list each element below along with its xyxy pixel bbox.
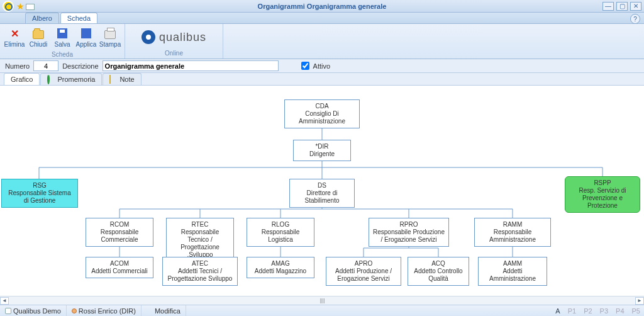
descrizione-field[interactable]: [103, 60, 279, 71]
delete-icon: ✕: [8, 26, 21, 40]
ribbon-group-online-label: Online: [129, 49, 219, 57]
qualibus-online-button[interactable]: qualibus: [129, 25, 219, 49]
org-chart-canvas[interactable]: CDAConsiglio Di Amministrazione *DIRDiri…: [0, 86, 644, 305]
status-demo[interactable]: Qualibus Demo: [0, 305, 67, 316]
title-bar: ★ Organigrammi Organigramma generale — ▢…: [0, 0, 644, 13]
maximize-button[interactable]: ▢: [616, 2, 628, 11]
refresh-icon: [47, 76, 55, 83]
node-amag[interactable]: AMAGAddetti Magazzino: [247, 257, 314, 278]
horizontal-scrollbar[interactable]: ◄ ►: [0, 296, 644, 305]
tab-scheda[interactable]: Scheda: [60, 13, 97, 23]
node-rtec[interactable]: RTECResponsabile Tecnico / Progettazione…: [166, 218, 234, 262]
node-rlog[interactable]: RLOGResponsabile Logistica: [247, 218, 314, 247]
status-bar: Qualibus Demo Rossi Enrico (DIR) Modific…: [0, 305, 644, 316]
node-ds[interactable]: DSDirettore di Stabilimento: [289, 179, 355, 208]
ribbon-group-scheda-label: Scheda: [4, 50, 121, 59]
status-p1[interactable]: P1: [564, 307, 580, 315]
note-icon: [109, 76, 117, 83]
tab-grafico[interactable]: Grafico: [4, 73, 40, 85]
status-a[interactable]: A: [552, 307, 564, 315]
status-p2[interactable]: P2: [580, 307, 596, 315]
ribbon: ✕Elimina Chiudi Salva Applica Stampa Sch…: [0, 24, 644, 59]
applica-button[interactable]: Applica: [75, 25, 97, 48]
node-atec[interactable]: ATECAddetti Tecnici / Progettazione Svil…: [162, 257, 238, 286]
status-mode[interactable]: Modifica: [142, 305, 186, 316]
tab-note[interactable]: Note: [103, 73, 141, 85]
db-icon: [5, 308, 11, 314]
tab-promemoria[interactable]: Promemoria: [40, 73, 102, 85]
descrizione-label: Descrizione: [62, 62, 98, 70]
content-tabs: Grafico Promemoria Note: [0, 73, 644, 86]
qualibus-logo-icon: [142, 30, 155, 44]
app-logo-icon: [3, 1, 14, 12]
help-button[interactable]: ?: [630, 14, 640, 24]
user-icon: [72, 308, 77, 313]
node-dir[interactable]: *DIRDirigente: [293, 140, 351, 161]
save-icon: [55, 26, 69, 40]
salva-button[interactable]: Salva: [52, 25, 73, 48]
apply-icon: [79, 26, 93, 40]
node-acq[interactable]: ACQAddetto Controllo Qualità: [408, 257, 469, 286]
node-apro[interactable]: APROAddetti Produzione / Erogazione Serv…: [326, 257, 401, 286]
node-rpro[interactable]: RPROResponsabile Produzione / Erogazione…: [369, 218, 449, 247]
node-rspp[interactable]: RSPPResp. Servizio di Prevenzione e Prot…: [565, 176, 640, 213]
stampa-button[interactable]: Stampa: [99, 25, 121, 48]
form-row: Numero Descrizione Attivo: [0, 59, 644, 73]
folder-icon: [31, 26, 45, 40]
status-p3[interactable]: P3: [596, 307, 612, 315]
elimina-button[interactable]: ✕Elimina: [4, 25, 25, 48]
scroll-right-button[interactable]: ►: [635, 297, 644, 305]
star-icon[interactable]: ★: [16, 1, 25, 11]
chiudi-button[interactable]: Chiudi: [28, 25, 49, 48]
node-rsg[interactable]: RSGResponsabile Sistema di Gestione: [1, 179, 78, 208]
tab-albero[interactable]: Albero: [25, 13, 59, 23]
mail-icon[interactable]: [26, 4, 35, 10]
ribbon-tabs: Albero Scheda: [0, 13, 644, 24]
node-ramm[interactable]: RAMMResponsabile Amministrazione: [474, 218, 551, 247]
attivo-label: Attivo: [313, 62, 331, 70]
pencil-icon: [147, 308, 153, 314]
scroll-left-button[interactable]: ◄: [0, 297, 9, 305]
status-p4[interactable]: P4: [612, 307, 628, 315]
minimize-button[interactable]: —: [602, 2, 614, 11]
node-cda[interactable]: CDAConsiglio Di Amministrazione: [284, 99, 360, 128]
numero-label: Numero: [5, 62, 30, 70]
status-p5[interactable]: P5: [628, 307, 644, 315]
print-icon: [103, 26, 117, 40]
status-user[interactable]: Rossi Enrico (DIR): [67, 305, 142, 316]
numero-field[interactable]: [33, 60, 58, 71]
node-aamm[interactable]: AAMMAddetti Amministrazione: [478, 257, 547, 286]
close-window-button[interactable]: ✕: [630, 2, 641, 11]
node-rcom[interactable]: RCOMResponsabile Commerciale: [86, 218, 153, 247]
window-title: Organigrammi Organigramma generale: [258, 3, 387, 10]
attivo-checkbox[interactable]: [301, 62, 309, 70]
node-acom[interactable]: ACOMAddetti Commerciali: [86, 257, 153, 278]
